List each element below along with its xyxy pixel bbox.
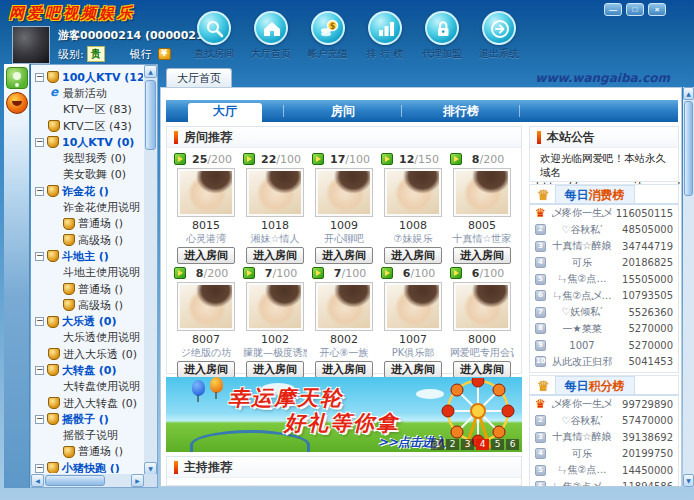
room-thumbnail[interactable] xyxy=(315,282,373,331)
expand-toggle-icon[interactable] xyxy=(35,187,44,196)
enter-room-button[interactable]: 进入房间 xyxy=(315,247,373,264)
rank-user-name[interactable]: ㄣ焦②点… xyxy=(549,272,615,286)
tree-item[interactable]: 美女歌舞 (0) xyxy=(33,167,143,183)
rank-user-name[interactable]: ㄣ焦②点乄… xyxy=(549,289,615,303)
banner-page-dot[interactable]: 4 xyxy=(476,439,489,450)
tree-item[interactable]: 100人KTV (126) xyxy=(33,69,143,85)
tree-item[interactable]: 大乐透 (0) xyxy=(33,313,143,329)
tree-item[interactable]: 斗地主使用说明 xyxy=(33,265,143,281)
rank-user-name[interactable]: ♡谷秋私′ xyxy=(549,414,615,428)
tree-item[interactable]: 10人KTV (0) xyxy=(33,134,143,150)
rank-user-name[interactable]: ㄣ焦②点乄… xyxy=(549,480,615,487)
messenger-icon[interactable] xyxy=(6,67,28,89)
tree-item[interactable]: 进入大转盘 (0) xyxy=(33,395,143,411)
enter-room-button[interactable]: 进入房间 xyxy=(177,247,235,264)
tree-item[interactable]: 普通场 () xyxy=(33,281,143,297)
toolbar-lobby-home[interactable]: 大厅首页 xyxy=(249,11,293,61)
rank-user-name[interactable]: 1007 xyxy=(549,340,615,351)
fire-face-icon[interactable] xyxy=(6,92,28,114)
rank-user-name[interactable]: ♡妖倾私′ xyxy=(549,305,615,319)
expand-toggle-icon[interactable] xyxy=(35,366,44,375)
main-vertical-scrollbar[interactable]: ▲ ▼ xyxy=(683,87,694,487)
rank-user-name[interactable]: 一★菜菜 xyxy=(549,322,615,336)
main-scroll-thumb[interactable] xyxy=(684,101,693,196)
tree-item[interactable]: 大乐透使用说明 xyxy=(33,330,143,346)
expand-toggle-icon[interactable] xyxy=(35,317,44,326)
enter-room-button[interactable]: 进入房间 xyxy=(246,361,304,378)
expand-toggle-icon[interactable] xyxy=(35,73,44,82)
room-thumbnail[interactable] xyxy=(246,282,304,331)
bank-link[interactable]: 银行 xyxy=(130,47,152,62)
minimize-button[interactable]: — xyxy=(604,3,622,16)
tree-item[interactable]: 摇骰子说明 xyxy=(33,428,143,444)
avatar[interactable] xyxy=(12,26,50,64)
room-thumbnail[interactable] xyxy=(315,168,373,217)
tree-vertical-scrollbar[interactable]: ▲ ▼ xyxy=(144,65,157,475)
rank-user-name[interactable]: 从此改正归邪 xyxy=(549,355,615,369)
banner-page-dot[interactable]: 3 xyxy=(461,439,474,450)
expand-toggle-icon[interactable] xyxy=(35,415,44,424)
tree-item[interactable]: 诈金花 () xyxy=(33,183,143,199)
room-thumbnail[interactable] xyxy=(384,282,442,331)
tree-item[interactable]: 普通场 () xyxy=(33,444,143,460)
tree-item[interactable]: 高级场 () xyxy=(33,297,143,313)
enter-room-button[interactable]: 进入房间 xyxy=(453,247,511,264)
scroll-up-icon[interactable]: ▲ xyxy=(683,87,694,100)
tree-item[interactable]: 大转盘 (0) xyxy=(33,362,143,378)
maximize-button[interactable]: □ xyxy=(626,3,644,16)
tree-scroll-thumb[interactable] xyxy=(145,80,156,150)
rank-user-name[interactable]: 十真情☆醉娘 xyxy=(549,239,615,253)
tab-rooms[interactable]: 房间 xyxy=(284,100,402,122)
enter-room-button[interactable]: 进入房间 xyxy=(246,247,304,264)
tree-item[interactable]: 斗地主 () xyxy=(33,248,143,264)
tab-ranking[interactable]: 排行榜 xyxy=(402,100,520,122)
rank-user-name[interactable]: 乄疼你一生乄 xyxy=(549,397,615,411)
banner-page-dot[interactable]: 1 xyxy=(431,439,444,450)
room-thumbnail[interactable] xyxy=(453,282,511,331)
toolbar-recharge[interactable]: $ 帐户充值 xyxy=(306,11,350,61)
tree-item[interactable]: KTV一区 (83) xyxy=(33,102,143,118)
rank-user-name[interactable]: 可乐 xyxy=(549,447,615,461)
tree-item[interactable]: 最新活动 xyxy=(33,85,143,101)
room-thumbnail[interactable] xyxy=(177,168,235,217)
room-thumbnail[interactable] xyxy=(453,168,511,217)
toolbar-find-room[interactable]: 查找房间 xyxy=(192,11,236,61)
tree-item[interactable]: 大转盘使用说明 xyxy=(33,379,143,395)
enter-room-button[interactable]: 进入房间 xyxy=(384,247,442,264)
tree-item[interactable]: 小猪快跑 () xyxy=(33,460,143,473)
enter-room-button[interactable]: 进入房间 xyxy=(315,361,373,378)
room-thumbnail[interactable] xyxy=(177,282,235,331)
scroll-down-icon[interactable]: ▼ xyxy=(683,474,694,487)
scroll-right-icon[interactable]: ▶ xyxy=(131,474,144,487)
room-thumbnail[interactable] xyxy=(246,168,304,217)
expand-toggle-icon[interactable] xyxy=(35,252,44,261)
rank-user-name[interactable]: ㄣ焦②点… xyxy=(549,463,615,477)
tree-item[interactable]: 进入大乐透 (0) xyxy=(33,346,143,362)
toolbar-exit[interactable]: 退出系统 xyxy=(477,11,521,61)
rank-user-name[interactable]: 可乐 xyxy=(549,256,615,270)
tree-item[interactable]: 普通场 () xyxy=(33,216,143,232)
tab-lobby[interactable]: 大厅 xyxy=(166,100,284,122)
enter-room-button[interactable]: 进入房间 xyxy=(384,361,442,378)
tree-item[interactable]: 我型我秀 (0) xyxy=(33,150,143,166)
tree-item[interactable]: 摇骰子 () xyxy=(33,411,143,427)
toolbar-agent[interactable]: 代理加盟 xyxy=(420,11,464,61)
rank-user-name[interactable]: ♡谷秋私′ xyxy=(549,223,615,237)
tree-item[interactable]: 高级场 () xyxy=(33,232,143,248)
enter-room-button[interactable]: 进入房间 xyxy=(177,361,235,378)
toolbar-ranking[interactable]: 排 行 榜 xyxy=(363,11,407,61)
expand-toggle-icon[interactable] xyxy=(35,138,44,147)
tree-hscroll-thumb[interactable] xyxy=(45,475,105,486)
scroll-up-icon[interactable]: ▲ xyxy=(144,65,157,78)
tree-item[interactable]: 诈金花使用说明 xyxy=(33,199,143,215)
rank-user-name[interactable]: 十真情☆醉娘 xyxy=(549,430,615,444)
rank-user-name[interactable]: 乄疼你一生乄 xyxy=(549,206,615,220)
banner-page-dot[interactable]: 2 xyxy=(446,439,459,450)
tree-horizontal-scrollbar[interactable]: ◀ ▶ xyxy=(31,474,144,487)
banner-page-dot[interactable]: 5 xyxy=(491,439,504,450)
bank-icon[interactable]: ¥ xyxy=(158,48,171,60)
scroll-left-icon[interactable]: ◀ xyxy=(31,474,44,487)
page-tab-lobby-home[interactable]: 大厅首页 xyxy=(166,68,232,88)
banner-page-dot[interactable]: 6 xyxy=(506,439,519,450)
site-url[interactable]: www.wangaiba.com xyxy=(535,71,670,85)
